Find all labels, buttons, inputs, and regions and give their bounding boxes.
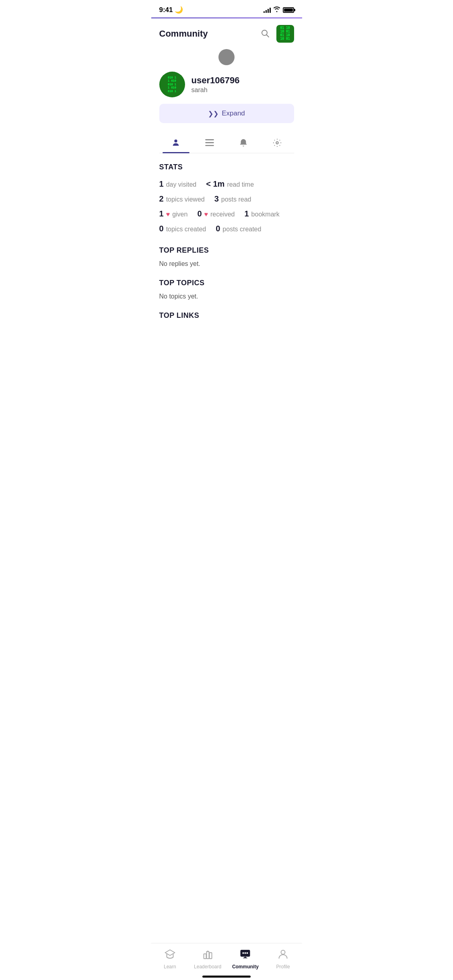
- day-visited-label: day visited: [166, 181, 197, 188]
- top-replies-section: TOP REPLIES No replies yet.: [159, 246, 294, 268]
- stats-row-4: 0 topics created 0 posts created: [159, 224, 294, 233]
- svg-line-1: [266, 35, 269, 37]
- stat-received: 0 ♥ received: [197, 209, 235, 218]
- posts-read-number: 3: [214, 194, 219, 204]
- user-avatar-badge[interactable]: 01 1010 0101 1010 01: [276, 25, 294, 43]
- received-number: 0: [197, 209, 202, 218]
- status-icons: [264, 6, 294, 13]
- svg-rect-5: [205, 145, 214, 146]
- bell-tab-icon: [239, 138, 248, 150]
- avatar-badge-content: 01 1010 0101 1010 01: [280, 27, 290, 41]
- top-topics-title: TOP TOPICS: [159, 279, 294, 287]
- profile-dot-indicator: [218, 49, 235, 65]
- tab-notifications[interactable]: [226, 134, 260, 153]
- main-content: STATS 1 day visited < 1m read time 2 top…: [151, 153, 302, 341]
- user-tab-icon: [171, 138, 180, 150]
- status-bar: 9:41 🌙: [151, 0, 302, 17]
- given-number: 1: [159, 209, 164, 218]
- search-icon: [260, 29, 270, 38]
- chevron-down-icon: ❯❯: [208, 110, 218, 117]
- battery-icon: [283, 7, 294, 13]
- stat-posts-created: 0 posts created: [216, 224, 261, 233]
- svg-rect-4: [205, 142, 214, 143]
- app-header: Community 01 1010 0101 1010 01: [151, 19, 302, 49]
- top-topics-section: TOP TOPICS No topics yet.: [159, 279, 294, 300]
- stats-row-2: 2 topics viewed 3 posts read: [159, 194, 294, 204]
- top-replies-empty: No replies yet.: [159, 260, 294, 268]
- posts-created-number: 0: [216, 224, 220, 233]
- app-title: Community: [159, 29, 208, 39]
- profile-tab-bar: [159, 134, 294, 153]
- heart-given-icon: ♥: [166, 211, 170, 218]
- read-time-label: read time: [227, 181, 254, 188]
- wifi-icon: [273, 6, 280, 13]
- posts-read-label: posts read: [221, 196, 251, 203]
- svg-point-6: [276, 142, 278, 144]
- profile-username: user106796: [191, 75, 240, 86]
- given-label: given: [172, 211, 187, 218]
- stat-day-visited: 1 day visited: [159, 179, 197, 189]
- read-time-number: < 1m: [206, 179, 224, 189]
- tab-activity[interactable]: [193, 134, 226, 153]
- stats-grid: 1 day visited < 1m read time 2 topics vi…: [159, 179, 294, 233]
- signal-icon: [264, 7, 271, 13]
- topics-viewed-label: topics viewed: [166, 196, 205, 203]
- bookmark-label: bookmark: [251, 211, 280, 218]
- stat-topics-created: 0 topics created: [159, 224, 206, 233]
- topics-created-label: topics created: [166, 226, 206, 233]
- stats-section: STATS 1 day visited < 1m read time 2 top…: [159, 163, 294, 233]
- top-replies-title: TOP REPLIES: [159, 246, 294, 255]
- stat-bookmark: 1 bookmark: [244, 209, 279, 218]
- svg-point-2: [175, 140, 177, 142]
- header-icons: 01 1010 0101 1010 01: [259, 25, 294, 43]
- stat-given: 1 ♥ given: [159, 209, 188, 218]
- day-visited-number: 1: [159, 179, 164, 189]
- avatar-content: 010 11 010010 11 010010 1: [168, 76, 176, 93]
- stats-row-3: 1 ♥ given 0 ♥ received 1 bookmark: [159, 209, 294, 218]
- posts-created-label: posts created: [222, 226, 261, 233]
- status-time: 9:41 🌙: [159, 6, 183, 14]
- tab-preferences[interactable]: [260, 134, 294, 153]
- top-links-section: TOP LINKS: [159, 311, 294, 320]
- search-button[interactable]: [259, 27, 272, 41]
- stats-title: STATS: [159, 163, 294, 171]
- stats-row-1: 1 day visited < 1m read time: [159, 179, 294, 189]
- stat-topics-viewed: 2 topics viewed: [159, 194, 205, 204]
- bookmark-number: 1: [244, 209, 249, 218]
- stat-posts-read: 3 posts read: [214, 194, 251, 204]
- top-links-title: TOP LINKS: [159, 311, 294, 320]
- profile-section: 010 11 010010 11 010010 1 user106796 sar…: [151, 49, 302, 134]
- list-tab-icon: [205, 138, 214, 149]
- received-label: received: [210, 211, 235, 218]
- expand-button[interactable]: ❯❯ Expand: [159, 104, 294, 123]
- tab-summary[interactable]: [159, 134, 193, 153]
- stat-read-time: < 1m read time: [206, 179, 254, 189]
- heart-received-icon: ♥: [204, 211, 208, 218]
- topics-created-number: 0: [159, 224, 164, 233]
- gear-tab-icon: [273, 138, 282, 150]
- profile-names: user106796 sarah: [191, 75, 240, 94]
- expand-label: Expand: [222, 109, 245, 117]
- top-topics-empty: No topics yet.: [159, 293, 294, 300]
- profile-info-row: 010 11 010010 11 010010 1 user106796 sar…: [159, 72, 294, 97]
- topics-viewed-number: 2: [159, 194, 164, 204]
- svg-rect-3: [205, 139, 214, 140]
- profile-display-name: sarah: [191, 86, 240, 94]
- profile-avatar[interactable]: 010 11 010010 11 010010 1: [159, 72, 185, 97]
